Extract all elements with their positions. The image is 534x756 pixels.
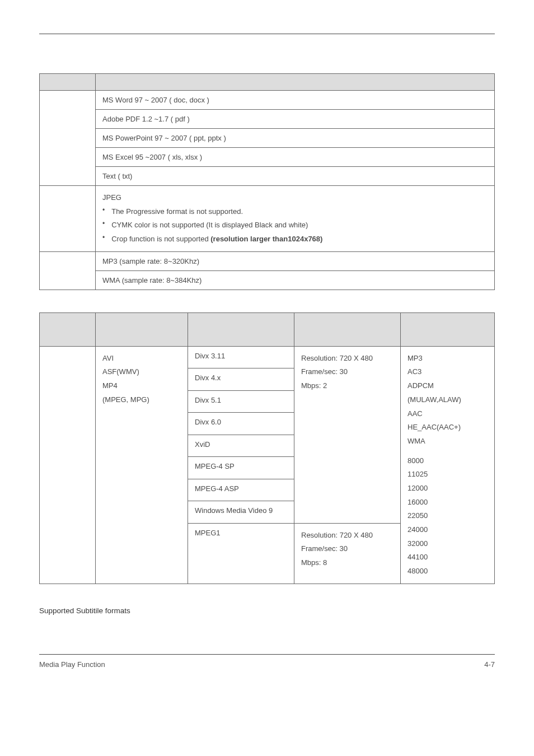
category-cell-2 bbox=[40, 186, 96, 252]
format-row: Text ( txt) bbox=[96, 167, 495, 186]
format-row: MS Word 97 ~ 2007 ( doc, docx ) bbox=[96, 91, 495, 110]
codec-cell: MPEG-4 SP bbox=[188, 457, 294, 479]
codec-cell: Windows Media Video 9 bbox=[188, 501, 294, 523]
bullet-icon: • bbox=[102, 218, 105, 228]
jpeg-label: JPEG bbox=[102, 191, 488, 205]
audio-item: (MULAW,ALAW) bbox=[407, 393, 488, 407]
codec-cell: Divx 4.x bbox=[188, 368, 294, 390]
header-blank-left bbox=[40, 74, 96, 91]
format-row: MS PowerPoint 97 ~ 2007 ( ppt, pptx ) bbox=[96, 129, 495, 148]
t2-header-5 bbox=[401, 312, 495, 346]
jpeg-bullet-bold: (resolution larger than1024x768) bbox=[210, 235, 322, 243]
codec-cell: MPEG1 bbox=[188, 523, 294, 584]
subtitle-heading: Supported Subtitile formats bbox=[39, 606, 495, 615]
jpeg-bullet-mixed: Crop function is not supported (resoluti… bbox=[111, 232, 322, 246]
jpeg-bullet-prefix: Crop function is not supported bbox=[111, 235, 210, 243]
spec-item: Mbps: 8 bbox=[301, 556, 394, 570]
codec-cell: XviD bbox=[188, 435, 294, 456]
bullet-icon: • bbox=[102, 232, 105, 242]
video-table: AVI ASF(WMV) MP4 (MPEG, MPG) Divx 3.11 R… bbox=[39, 312, 495, 584]
audio-item: 44100 bbox=[407, 550, 488, 564]
footer-right: 4-7 bbox=[484, 660, 495, 669]
jpeg-bullet: The Progressive format is not supported. bbox=[111, 205, 243, 219]
format-row: MS Excel 95 ~2007 ( xls, xlsx ) bbox=[96, 148, 495, 167]
mp3-row: MP3 (sample rate: 8~320Khz) bbox=[96, 251, 495, 270]
audio-item: ADPCM bbox=[407, 379, 488, 393]
t2-header-3 bbox=[188, 312, 294, 346]
containers-cell: AVI ASF(WMV) MP4 (MPEG, MPG) bbox=[96, 346, 188, 584]
codec-cell: Divx 6.0 bbox=[188, 413, 294, 435]
jpeg-bullet: CYMK color is not supported (It is displ… bbox=[111, 218, 308, 232]
audio-item: 32000 bbox=[407, 537, 488, 551]
audio-item: HE_AAC(AAC+) bbox=[407, 421, 488, 435]
audio-cell: MP3 AC3 ADPCM (MULAW,ALAW) AAC HE_AAC(AA… bbox=[401, 346, 495, 584]
format-row: Adobe PDF 1.2 ~1.7 ( pdf ) bbox=[96, 110, 495, 129]
audio-item: MP3 bbox=[407, 352, 488, 366]
container-item: AVI bbox=[102, 352, 181, 366]
spec-item: Frame/sec: 30 bbox=[301, 365, 394, 379]
spec1-cell: Resolution: 720 X 480 Frame/sec: 30 Mbps… bbox=[294, 346, 401, 523]
audio-item: 11025 bbox=[407, 468, 488, 482]
t2-header-2 bbox=[96, 312, 188, 346]
footer-left: Media Play Function bbox=[39, 660, 105, 669]
audio-item: AAC bbox=[407, 407, 488, 421]
codec-cell: Divx 5.1 bbox=[188, 390, 294, 412]
footer: Media Play Function 4-7 bbox=[39, 660, 495, 669]
formats-table: MS Word 97 ~ 2007 ( doc, docx ) Adobe PD… bbox=[39, 73, 495, 290]
header-blank-right bbox=[96, 74, 495, 91]
category-cell-1 bbox=[40, 91, 96, 186]
audio-item: 22050 bbox=[407, 509, 488, 523]
audio-item: 48000 bbox=[407, 564, 488, 578]
spec-item: Resolution: 720 X 480 bbox=[301, 529, 394, 543]
audio-item: 16000 bbox=[407, 496, 488, 510]
t2-leftcol bbox=[40, 346, 96, 584]
audio-item: WMA bbox=[407, 435, 488, 449]
codec-cell: Divx 3.11 bbox=[188, 346, 294, 368]
container-item: ASF(WMV) bbox=[102, 365, 181, 379]
spec2-cell: Resolution: 720 X 480 Frame/sec: 30 Mbps… bbox=[294, 523, 401, 584]
spec-item: Frame/sec: 30 bbox=[301, 542, 394, 556]
audio-item: 12000 bbox=[407, 482, 488, 496]
t2-header-4 bbox=[294, 312, 401, 346]
jpeg-cell: JPEG • The Progressive format is not sup… bbox=[96, 186, 495, 252]
audio-item: AC3 bbox=[407, 365, 488, 379]
category-cell-3 bbox=[40, 251, 96, 290]
codec-cell: MPEG-4 ASP bbox=[188, 479, 294, 501]
spec-item: Resolution: 720 X 480 bbox=[301, 352, 394, 366]
spec-item: Mbps: 2 bbox=[301, 379, 394, 393]
wma-row: WMA (sample rate: 8~384Khz) bbox=[96, 270, 495, 290]
bullet-icon: • bbox=[102, 205, 105, 215]
container-item: (MPEG, MPG) bbox=[102, 393, 181, 407]
audio-item: 8000 bbox=[407, 454, 488, 468]
container-item: MP4 bbox=[102, 379, 181, 393]
t2-header-1 bbox=[40, 312, 96, 346]
audio-item: 24000 bbox=[407, 523, 488, 537]
